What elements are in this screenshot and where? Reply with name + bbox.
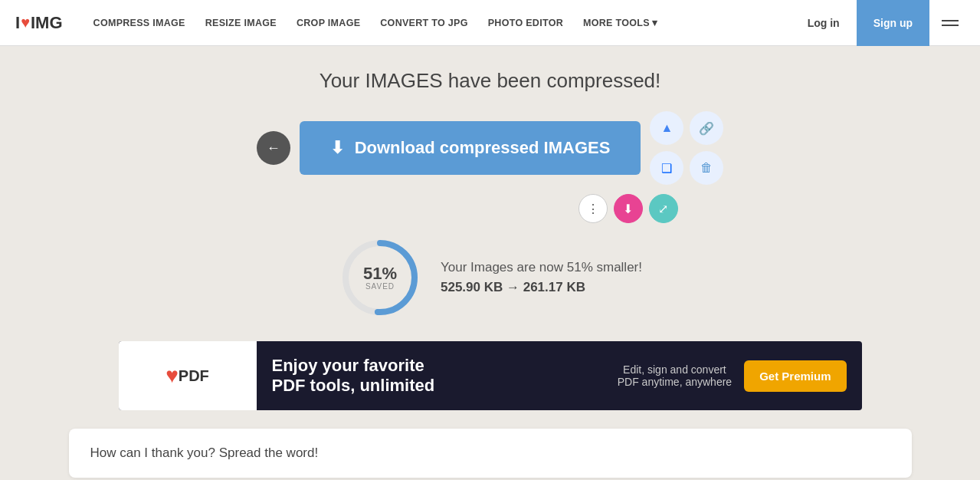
delete-button[interactable]: 🗑 xyxy=(690,151,723,185)
delete-icon: 🗑 xyxy=(700,161,713,175)
ad-sub-text: Edit, sign and convert PDF anytime, anyw… xyxy=(618,363,732,388)
login-button[interactable]: Log in xyxy=(797,11,851,35)
ad-headline: Enjoy your favorite PDF tools, unlimited xyxy=(257,356,602,396)
chevron-down-icon: ▾ xyxy=(652,17,657,28)
ad-headline-line1: Enjoy your favorite xyxy=(272,356,587,376)
ad-heart-icon: ♥ xyxy=(166,363,179,388)
download-label: Download compressed IMAGES xyxy=(355,138,611,158)
ad-banner: ♥ PDF Enjoy your favorite PDF tools, unl… xyxy=(119,341,862,410)
main-content: Your IMAGES have been compressed! ← ⬇ Do… xyxy=(0,46,980,480)
copy-link-button[interactable]: 🔗 xyxy=(690,111,723,145)
nav-crop[interactable]: CROP IMAGE xyxy=(289,13,368,33)
more-dots-icon: ⋮ xyxy=(587,202,599,216)
download-icon: ⬇ xyxy=(330,138,344,158)
progress-percent: 51% xyxy=(363,265,397,282)
stats-text: Your Images are now 51% smaller! 525.90 … xyxy=(441,260,642,295)
signup-button[interactable]: Sign up xyxy=(857,0,929,46)
logo-heart-icon: ♥ xyxy=(21,14,30,31)
hamburger-line xyxy=(942,25,959,26)
bottom-card: How can I thank you? Spread the word! xyxy=(69,429,912,478)
save-to-gdrive-button[interactable]: ▲ xyxy=(650,111,683,145)
nav-compress[interactable]: COMPRESS IMAGE xyxy=(86,13,193,33)
nav-photo-editor[interactable]: PHOTO EDITOR xyxy=(480,13,571,33)
stats-description: Your Images are now 51% smaller! xyxy=(441,260,642,275)
ad-right: Edit, sign and convert PDF anytime, anyw… xyxy=(602,360,862,392)
ad-sub-line2: PDF anytime, anywhere xyxy=(618,376,732,388)
link-icon: 🔗 xyxy=(699,121,714,136)
progress-circle: 51% SAVED xyxy=(338,235,422,320)
share-buttons: ▲ 🔗 ❑ 🗑 xyxy=(650,111,723,185)
logo-img: IMG xyxy=(31,13,63,33)
download-small-icon: ⬇ xyxy=(623,202,633,216)
ad-logo-text: PDF xyxy=(179,367,209,385)
hamburger-line xyxy=(942,20,959,21)
save-to-dropbox-button[interactable]: ❑ xyxy=(650,151,683,185)
ad-logo: ♥ PDF xyxy=(119,341,257,410)
nav-more-tools[interactable]: MORE TOOLS ▾ xyxy=(575,12,665,33)
bottom-card-title: How can I thank you? Spread the word! xyxy=(90,445,890,461)
back-button[interactable]: ← xyxy=(257,131,290,165)
saved-label: SAVED xyxy=(363,282,397,291)
download-button[interactable]: ⬇ Download compressed IMAGES xyxy=(300,121,641,175)
brand-logo[interactable]: I ♥ IMG xyxy=(15,13,63,33)
ad-sub-line1: Edit, sign and convert xyxy=(618,363,732,376)
resize-icon: ⤢ xyxy=(658,202,668,216)
stats-sizes: 525.90 KB → 261.17 KB xyxy=(441,280,642,295)
ad-headline-line2: PDF tools, unlimited xyxy=(272,376,587,396)
gdrive-icon: ▲ xyxy=(660,121,673,135)
more-options-button[interactable]: ⋮ xyxy=(578,194,608,223)
nav-links: COMPRESS IMAGE RESIZE IMAGE CROP IMAGE C… xyxy=(86,12,797,33)
hamburger-menu-button[interactable] xyxy=(936,14,965,32)
nav-convert[interactable]: CONVERT TO JPG xyxy=(372,13,475,33)
page-title: Your IMAGES have been compressed! xyxy=(320,69,661,93)
download-small-button[interactable]: ⬇ xyxy=(614,194,643,223)
navbar: I ♥ IMG COMPRESS IMAGE RESIZE IMAGE CROP… xyxy=(0,0,980,46)
share-row-bottom: ❑ 🗑 xyxy=(650,151,723,185)
resize-tool-button[interactable]: ⤢ xyxy=(649,194,678,223)
navbar-actions: Log in Sign up xyxy=(797,0,965,46)
stats-row: 51% SAVED Your Images are now 51% smalle… xyxy=(338,235,642,320)
logo-i: I xyxy=(15,13,20,33)
action-row: ← ⬇ Download compressed IMAGES ▲ 🔗 ❑ 🗑 xyxy=(257,111,724,185)
nav-resize[interactable]: RESIZE IMAGE xyxy=(198,13,284,33)
share-row-top: ▲ 🔗 xyxy=(650,111,723,145)
premium-button[interactable]: Get Premium xyxy=(744,360,846,392)
back-arrow-icon: ← xyxy=(267,140,280,156)
dropbox-icon: ❑ xyxy=(661,161,672,176)
